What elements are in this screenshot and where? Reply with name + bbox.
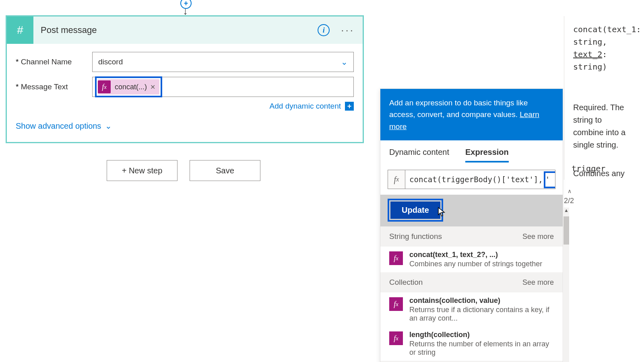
category-string-functions: String functions	[389, 232, 442, 241]
connector-icon: #	[7, 16, 33, 44]
function-concat[interactable]: fx concat(text_1, text_2?, ...) Combines…	[380, 247, 563, 272]
add-action-plus[interactable]: +	[180, 0, 192, 9]
new-step-button[interactable]: + New step	[107, 160, 178, 181]
show-advanced-options[interactable]: Show advanced options ⌄	[16, 118, 354, 138]
ellipsis-icon[interactable]: ···	[341, 24, 355, 37]
channel-name-value: discord	[98, 58, 123, 66]
token-remove-icon[interactable]: ✕	[150, 83, 155, 91]
chevron-down-icon: ⌄	[341, 57, 348, 67]
fx-icon: fx	[389, 297, 403, 311]
update-button[interactable]: Update	[390, 202, 440, 219]
fx-icon: fx	[389, 251, 403, 265]
function-contains[interactable]: fx contains(collection, value) Returns t…	[380, 292, 563, 327]
fx-icon: fx	[98, 80, 111, 93]
action-card-post-message: # Post message i ··· * Channel Name disc…	[6, 15, 364, 143]
expression-highlight-box	[544, 171, 555, 188]
channel-name-select[interactable]: discord ⌄	[92, 52, 354, 72]
add-dynamic-plus-icon[interactable]: +	[345, 102, 354, 111]
functions-scrollbar[interactable]: ▲	[564, 208, 569, 362]
cursor-icon	[437, 207, 446, 220]
scroll-up-icon[interactable]: ▲	[564, 208, 569, 215]
message-text-input[interactable]: fx concat(...) ✕	[92, 77, 354, 97]
pager-count: ∧ 2/2	[564, 197, 574, 205]
chevron-down-icon: ⌄	[105, 121, 112, 131]
see-more-string[interactable]: See more	[522, 232, 554, 241]
expression-panel: Add an expression to do basic things lik…	[380, 88, 563, 362]
tab-dynamic-content[interactable]: Dynamic content	[389, 148, 449, 162]
add-dynamic-content-link[interactable]: Add dynamic content	[270, 102, 341, 111]
fx-prefix-icon: fx	[388, 170, 405, 189]
card-title: Post message	[33, 25, 318, 35]
pager-up-icon[interactable]: ∧	[568, 188, 572, 194]
save-button[interactable]: Save	[190, 160, 260, 181]
category-collection: Collection	[389, 278, 423, 287]
channel-name-label: * Channel Name	[16, 58, 92, 66]
token-label: concat(...)	[115, 83, 147, 91]
info-icon[interactable]: i	[318, 24, 330, 36]
fx-icon: fx	[389, 331, 403, 345]
function-signature-tooltip: concat(text_1: string, text_2: string) R…	[564, 16, 644, 180]
tab-expression[interactable]: Expression	[465, 148, 509, 162]
expression-token[interactable]: fx concat(...) ✕	[98, 79, 159, 95]
expression-banner: Add an expression to do basic things lik…	[380, 89, 563, 140]
function-length[interactable]: fx length(collection) Returns the number…	[380, 327, 563, 361]
expression-input[interactable]: concat(triggerBody()['text'], ' '	[405, 170, 555, 189]
tabs: Dynamic content Expression	[380, 140, 563, 162]
scroll-thumb[interactable]	[564, 216, 569, 245]
card-header[interactable]: # Post message i ···	[7, 16, 363, 44]
message-text-label: * Message Text	[16, 82, 92, 91]
see-more-collection[interactable]: See more	[522, 278, 554, 287]
